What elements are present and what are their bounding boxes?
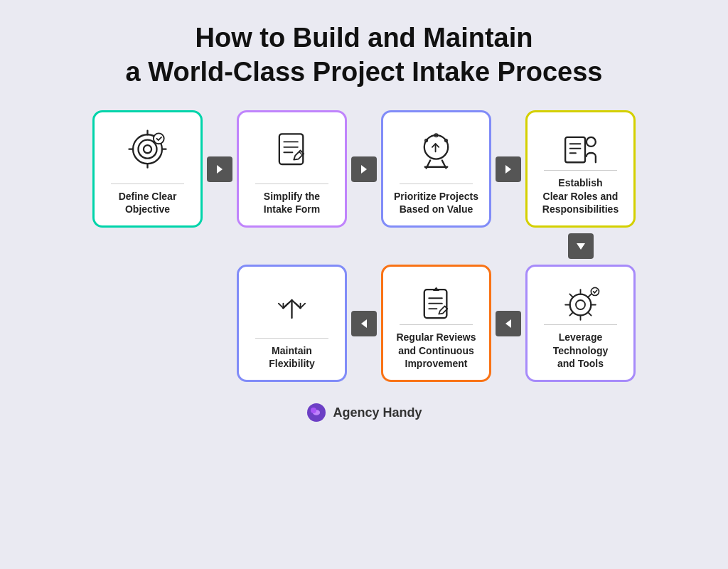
card-label-reviews: Regular Reviewsand ContinuousImprovement [396, 331, 476, 370]
svg-point-26 [587, 137, 596, 146]
svg-point-7 [154, 133, 164, 144]
svg-marker-29 [361, 319, 367, 328]
card-label-simplify: Simplify theIntake Form [264, 190, 320, 216]
page-container: How to Build and Maintain a World-Class … [0, 0, 728, 569]
card-divider [255, 184, 328, 184]
brand-name: Agency Handy [333, 405, 422, 420]
rows-section: Define ClearObjective [92, 110, 636, 382]
card-label-leverage: LeverageTechnologyand Tools [553, 331, 609, 370]
svg-marker-14 [361, 165, 367, 174]
row-2-wrapper: MaintainFlexibility [92, 265, 636, 382]
card-label-maintain: MaintainFlexibility [269, 344, 315, 370]
svg-line-45 [588, 312, 592, 315]
svg-point-37 [576, 300, 585, 309]
svg-marker-8 [217, 165, 223, 174]
card-label-establish: EstablishClear Roles andResponsibilities [542, 176, 619, 216]
arrow-right-3 [496, 156, 521, 182]
card-icon-establish [556, 125, 606, 175]
brand-footer: Agency Handy [306, 402, 422, 423]
card-establish-roles: EstablishClear Roles andResponsibilities [525, 110, 636, 228]
arrow-left-2 [496, 311, 521, 336]
card-simplify-intake: Simplify theIntake Form [237, 110, 347, 228]
card-label-define: Define ClearObjective [119, 190, 177, 216]
arrow-left-1 [351, 311, 377, 336]
card-label-prioritize: Prioritize ProjectsBased on Value [394, 190, 478, 216]
card-icon-define [123, 125, 173, 175]
card-maintain-flexibility: MaintainFlexibility [237, 265, 347, 382]
down-arrow-container [92, 228, 636, 265]
svg-rect-22 [565, 137, 585, 161]
row-2: MaintainFlexibility [237, 265, 636, 382]
arrow-right-2 [351, 156, 377, 182]
svg-point-1 [139, 139, 157, 158]
card-icon-simplify [267, 125, 317, 175]
svg-marker-27 [577, 243, 585, 250]
svg-marker-35 [505, 319, 511, 328]
svg-line-43 [569, 312, 573, 315]
card-icon-reviews [412, 280, 461, 329]
svg-point-46 [591, 287, 599, 295]
card-icon-leverage [556, 280, 606, 329]
brand-logo-icon [306, 402, 327, 423]
card-leverage-tech: LeverageTechnologyand Tools [525, 265, 636, 382]
svg-line-44 [569, 294, 573, 297]
card-divider [255, 338, 328, 339]
card-icon-maintain [267, 280, 317, 329]
card-prioritize: Prioritize ProjectsBased on Value [381, 110, 491, 228]
card-divider [111, 184, 184, 184]
svg-point-48 [311, 408, 316, 413]
svg-point-2 [144, 145, 151, 153]
card-divider [400, 184, 473, 184]
svg-marker-21 [505, 165, 511, 174]
page-title: How to Build and Maintain a World-Class … [126, 21, 603, 89]
row-1: Define ClearObjective [92, 110, 636, 228]
title-section: How to Build and Maintain a World-Class … [126, 21, 603, 89]
card-regular-reviews: Regular Reviewsand ContinuousImprovement [381, 265, 491, 382]
svg-rect-9 [279, 134, 303, 164]
arrow-right-1 [207, 156, 232, 182]
card-define-clear-objective: Define ClearObjective [92, 110, 203, 228]
svg-line-42 [588, 294, 592, 297]
card-icon-prioritize [412, 125, 461, 175]
arrow-down [568, 233, 594, 259]
